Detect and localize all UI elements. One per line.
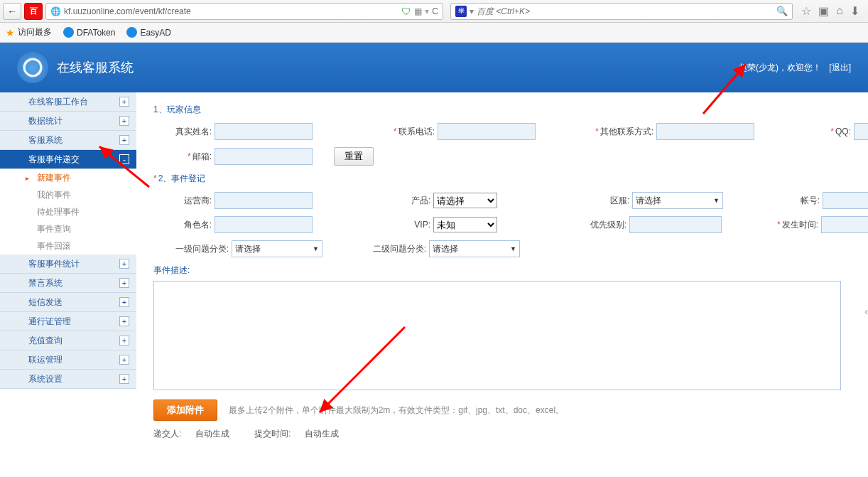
sidebar-item-settings[interactable]: 系统设置+ xyxy=(0,370,136,389)
input-role[interactable] xyxy=(215,216,313,233)
input-operator[interactable] xyxy=(215,192,313,209)
home-icon[interactable]: ⌂ xyxy=(836,4,843,18)
expand-icon[interactable]: + xyxy=(119,297,129,307)
logout-link[interactable]: [退出] xyxy=(829,63,851,73)
input-priority[interactable] xyxy=(629,216,722,233)
globe-icon: 🌐 xyxy=(50,6,61,16)
baidu-button[interactable]: 百 xyxy=(24,3,43,20)
section-event-register: *2、事件登记 xyxy=(153,173,868,185)
label-email: *邮箱: xyxy=(153,151,215,163)
expand-icon[interactable]: + xyxy=(119,316,129,326)
sidebar-item-mute[interactable]: 禁言系统+ xyxy=(0,274,136,293)
reset-button[interactable]: 重置 xyxy=(334,147,374,166)
browser-toolbar: ← 百 🌐 🛡 ▦ ▾ C 崋 ▾ 🔍 ☆ ▣ ⌂ ⬇ xyxy=(0,0,868,23)
label-operator: 运营商: xyxy=(153,195,215,207)
combo-cat1[interactable]: 请选择▼ xyxy=(232,240,322,257)
back-button[interactable]: ← xyxy=(3,3,21,20)
app-title: 在线客服系统 xyxy=(57,59,134,76)
input-happen[interactable] xyxy=(821,216,868,233)
search-input[interactable] xyxy=(477,6,774,16)
welcome-text: 赵荣(少龙)，欢迎您！ xyxy=(739,63,821,73)
input-phone[interactable] xyxy=(438,123,536,140)
site-icon xyxy=(126,27,137,38)
sidebar-item-eventstats[interactable]: 客服事件统计+ xyxy=(0,254,136,274)
input-realname[interactable] xyxy=(215,123,313,140)
sidebar-sub-pending[interactable]: 待处理事件 xyxy=(0,203,136,220)
expand-icon[interactable]: + xyxy=(119,355,129,365)
site-icon xyxy=(63,27,74,38)
label-happen: *发生时间: xyxy=(760,219,821,231)
label-phone: *联系电话: xyxy=(376,126,438,138)
expand-icon[interactable]: + xyxy=(119,116,129,126)
header-user: 赵荣(少龙)，欢迎您！ [退出] xyxy=(739,62,851,74)
chevron-down-icon: ▼ xyxy=(313,245,319,252)
expand-icon[interactable]: + xyxy=(119,97,129,107)
footer-info: 递交人: 自动生成 提交时间: 自动生成 xyxy=(153,428,868,440)
bookmark-easyad[interactable]: EasyAD xyxy=(126,27,170,38)
select-vip[interactable]: 未知 xyxy=(433,217,497,232)
address-bar[interactable]: 🌐 🛡 ▦ ▾ C xyxy=(45,3,443,20)
label-role: 角色名: xyxy=(153,219,215,231)
label-desc: 事件描述: xyxy=(153,264,868,277)
label-account: 帐号: xyxy=(780,195,823,207)
sidebar-sub-new[interactable]: 新建事件 xyxy=(0,169,136,186)
label-other: *其他联系方式: xyxy=(578,126,656,138)
input-other[interactable] xyxy=(656,123,754,140)
chevron-down-icon: ▼ xyxy=(510,245,516,252)
sidebar-item-workbench[interactable]: 在线客服工作台+ xyxy=(0,92,136,112)
label-priority: 优先级别: xyxy=(568,219,629,231)
select-product[interactable]: 请选择 xyxy=(433,193,497,208)
chevron-down-icon: ▼ xyxy=(713,197,720,204)
bookmark-most[interactable]: ★访问最多 xyxy=(6,26,52,38)
search-engine-icon: 崋 xyxy=(455,6,467,17)
sidebar-item-recharge[interactable]: 充值查询+ xyxy=(0,331,136,350)
add-attachment-button[interactable]: 添加附件 xyxy=(153,400,217,421)
collapse-icon[interactable]: - xyxy=(119,154,129,164)
sidebar: 在线客服工作台+ 数据统计+ 客服系统+ 客服事件递交- 新建事件 我的事件 待… xyxy=(0,92,136,449)
sidebar-item-sms[interactable]: 短信发送+ xyxy=(0,293,136,312)
sidebar-item-union[interactable]: 联运管理+ xyxy=(0,350,136,370)
sidebar-item-service[interactable]: 客服系统+ xyxy=(0,131,136,150)
label-zone: 区服: xyxy=(590,195,632,207)
label-realname: 真实姓名: xyxy=(153,126,215,138)
label-cat1: 一级问题分类: xyxy=(153,243,232,255)
label-product: 产品: xyxy=(391,195,433,207)
pocket-icon[interactable]: ▣ xyxy=(818,4,829,18)
expand-icon[interactable]: + xyxy=(119,374,129,384)
input-account[interactable] xyxy=(823,192,868,209)
attachment-hint: 最多上传2个附件，单个附件最大限制为2m，有效文件类型：gif、jpg、txt、… xyxy=(229,404,564,417)
label-vip: VIP: xyxy=(391,220,433,230)
input-qq[interactable] xyxy=(854,123,868,140)
qr-icon[interactable]: ▦ xyxy=(414,6,422,16)
url-input[interactable] xyxy=(64,6,398,16)
app-logo xyxy=(17,52,48,83)
content-area: 1、玩家信息 真实姓名: *联系电话: *其他联系方式: *QQ: *邮箱: 重… xyxy=(136,92,868,449)
sidebar-item-passport[interactable]: 通行证管理+ xyxy=(0,312,136,331)
label-qq: *QQ: xyxy=(811,127,854,136)
sidebar-item-stats[interactable]: 数据统计+ xyxy=(0,112,136,131)
search-bar[interactable]: 崋 ▾ 🔍 xyxy=(450,3,793,20)
sidebar-sub-query[interactable]: 事件查询 xyxy=(0,220,136,237)
combo-zone[interactable]: 请选择▼ xyxy=(632,192,723,209)
bookmark-bar: ★访问最多 DFAToken EasyAD xyxy=(0,23,868,43)
input-email[interactable] xyxy=(215,148,313,165)
star-icon: ★ xyxy=(6,27,15,38)
download-icon[interactable]: ⬇ xyxy=(850,4,859,18)
sidebar-item-submit[interactable]: 客服事件递交- xyxy=(0,150,136,169)
search-icon[interactable]: 🔍 xyxy=(776,6,788,16)
expand-icon[interactable]: + xyxy=(119,135,129,145)
bookmark-dfatoken[interactable]: DFAToken xyxy=(63,27,115,38)
expand-icon[interactable]: + xyxy=(119,336,129,345)
sidebar-sub-mine[interactable]: 我的事件 xyxy=(0,186,136,203)
refresh-icon[interactable]: C xyxy=(432,6,438,16)
star-icon[interactable]: ☆ xyxy=(801,4,811,18)
section-player-info: 1、玩家信息 xyxy=(153,104,868,116)
expand-icon[interactable]: + xyxy=(119,259,129,269)
sidebar-sub-rollback[interactable]: 事件回滚 xyxy=(0,237,136,254)
label-cat2: 二级问题分类: xyxy=(351,243,429,255)
textarea-desc[interactable] xyxy=(153,281,841,390)
app-header: 在线客服系统 赵荣(少龙)，欢迎您！ [退出] xyxy=(0,43,868,92)
expand-icon[interactable]: + xyxy=(119,278,129,288)
combo-cat2[interactable]: 请选择▼ xyxy=(429,240,520,257)
scroll-indicator: ‹ xyxy=(864,306,868,317)
